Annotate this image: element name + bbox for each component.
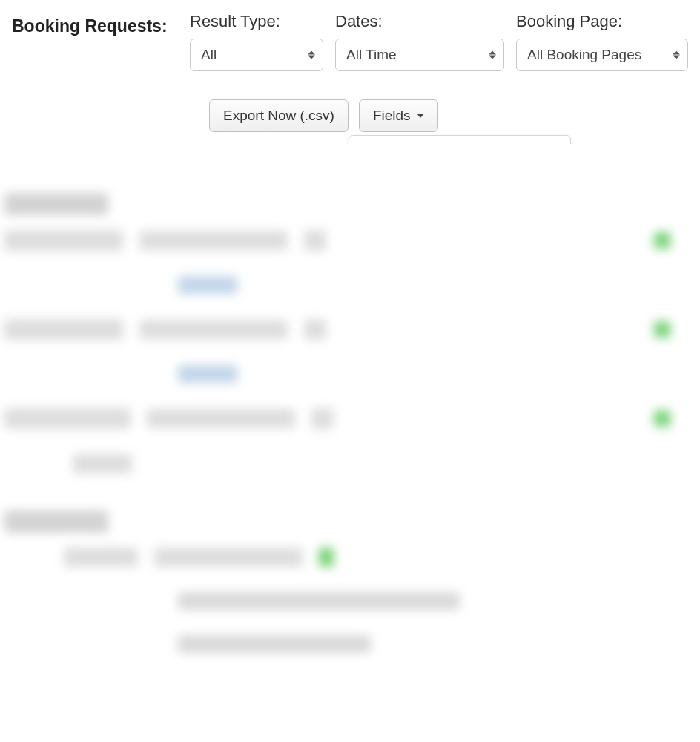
- result-type-select[interactable]: All: [190, 39, 323, 71]
- caret-down-icon: [417, 114, 424, 118]
- dates-value: All Time: [346, 47, 397, 63]
- updown-icon: [308, 51, 315, 59]
- export-csv-button[interactable]: Export Now (.csv): [209, 99, 349, 132]
- updown-icon: [489, 51, 496, 59]
- result-type-value: All: [201, 47, 217, 63]
- dates-label: Dates:: [335, 12, 504, 31]
- booking-page-value: All Booking Pages: [527, 47, 641, 63]
- fields-dropdown-menu: Booking Request DateBooking Page NameApp…: [349, 135, 571, 144]
- booking-page-label: Booking Page:: [516, 12, 688, 31]
- fields-dropdown-label: Fields: [373, 108, 411, 124]
- booking-page-select[interactable]: All Booking Pages: [516, 39, 688, 71]
- export-csv-label: Export Now (.csv): [223, 108, 334, 124]
- updown-icon: [673, 51, 680, 59]
- result-type-label: Result Type:: [190, 12, 323, 31]
- dates-select[interactable]: All Time: [335, 39, 504, 71]
- page-title: Booking Requests:: [12, 12, 176, 36]
- fields-dropdown-button[interactable]: Fields: [359, 99, 438, 132]
